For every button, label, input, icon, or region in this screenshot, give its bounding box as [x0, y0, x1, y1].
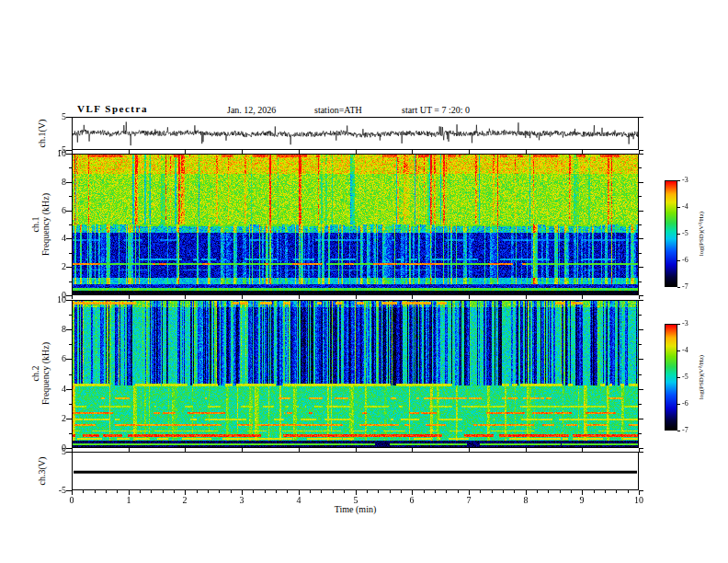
axis-tick	[469, 150, 470, 154]
axis-tick	[401, 490, 402, 493]
freq-tick-label: 8	[42, 325, 66, 334]
axis-tick	[66, 267, 72, 268]
ch1-spectrogram-panel	[72, 154, 639, 295]
time-tick-label: 2	[174, 496, 196, 505]
axis-tick	[458, 490, 459, 493]
axis-tick	[677, 377, 680, 378]
axis-tick	[117, 490, 118, 493]
axis-tick	[435, 490, 436, 493]
ch2-spectrogram-panel	[72, 300, 639, 448]
axis-tick	[677, 180, 680, 181]
axis-tick	[639, 374, 642, 375]
axis-tick	[140, 490, 141, 493]
axis-tick	[639, 419, 643, 419]
axis-tick	[639, 315, 642, 316]
ch3-waveform-panel	[72, 452, 639, 490]
axis-tick	[639, 117, 643, 118]
axis-tick	[253, 490, 254, 493]
freq-tick-label: 4	[42, 234, 66, 243]
axis-tick	[72, 295, 73, 299]
volt-tick-label: -5	[42, 486, 66, 495]
axis-tick	[66, 389, 72, 390]
axis-tick	[66, 154, 72, 155]
freq-tick-label: 2	[42, 414, 66, 423]
axis-tick	[582, 150, 583, 154]
colorbar-tick-label: -7	[682, 283, 688, 291]
axis-tick	[66, 238, 72, 239]
axis-tick	[344, 490, 345, 493]
colorbar-2-axis-label: log(PSD)(V²/Hz)	[697, 355, 707, 399]
axis-tick	[129, 295, 130, 299]
time-tick-label: 5	[345, 496, 367, 505]
axis-tick	[469, 295, 470, 299]
axis-tick	[72, 448, 73, 452]
axis-tick	[639, 300, 643, 301]
axis-tick	[677, 350, 680, 351]
time-tick-label: 8	[515, 496, 537, 505]
axis-tick	[265, 490, 266, 493]
figure: VLF Spectra Jan. 12, 2026 station=ATH st…	[0, 0, 728, 563]
axis-tick	[66, 300, 72, 301]
axis-tick	[639, 359, 643, 360]
axis-tick	[594, 490, 595, 493]
axis-tick	[677, 431, 680, 431]
axis-tick	[69, 315, 72, 316]
axis-tick	[242, 150, 243, 154]
ch1-waveform-canvas	[73, 118, 638, 149]
freq-tick-label: 6	[42, 354, 66, 363]
axis-tick	[69, 167, 72, 168]
axis-tick	[69, 433, 72, 434]
ch3-voltage-axis-label: ch.3(V)	[37, 457, 47, 486]
axis-tick	[548, 490, 549, 493]
axis-tick	[639, 150, 640, 154]
freq-tick-label: 2	[42, 262, 66, 271]
axis-tick	[412, 295, 413, 299]
freq-tick-label: 4	[42, 385, 66, 394]
axis-tick	[310, 490, 311, 493]
axis-tick	[526, 295, 527, 299]
axis-tick	[639, 389, 643, 390]
axis-tick	[299, 150, 300, 154]
axis-tick	[503, 490, 504, 493]
axis-tick	[526, 448, 527, 452]
ch1-frequency-axis-label: ch.1 Frequency (kHz)	[30, 193, 51, 256]
axis-tick	[276, 490, 277, 493]
axis-tick	[639, 196, 642, 197]
ch1-voltage-axis-label: ch.1(V)	[37, 120, 47, 148]
plot-date: Jan. 12, 2026	[227, 105, 276, 115]
freq-tick-label: 6	[42, 206, 66, 215]
axis-tick	[412, 150, 413, 154]
station-label: station=ATH	[314, 105, 362, 115]
time-tick-label: 10	[628, 496, 650, 505]
axis-tick	[605, 490, 606, 493]
volt-tick-label: 5	[42, 447, 66, 456]
axis-tick	[526, 150, 527, 154]
ch2-spectrogram-canvas	[73, 301, 638, 447]
axis-tick	[69, 224, 72, 225]
freq-tick-label: 10	[42, 295, 66, 304]
axis-tick	[95, 490, 96, 493]
axis-tick	[174, 490, 175, 493]
axis-tick	[106, 490, 107, 493]
axis-tick	[677, 234, 680, 235]
time-tick-label: 4	[288, 496, 310, 505]
axis-tick	[639, 182, 643, 183]
axis-tick	[639, 329, 643, 330]
start-time-label: start UT = 7 :20: 0	[402, 105, 470, 115]
axis-tick	[69, 374, 72, 375]
axis-tick	[185, 295, 186, 299]
time-axis-label: Time (min)	[309, 504, 402, 514]
axis-tick	[356, 150, 357, 154]
ch2-frequency-axis-label-line1: ch.2	[30, 342, 40, 405]
axis-tick	[129, 150, 130, 154]
axis-tick	[446, 490, 447, 493]
axis-tick	[582, 448, 583, 452]
axis-tick	[69, 253, 72, 254]
axis-tick	[299, 295, 300, 299]
axis-tick	[639, 167, 642, 168]
colorbar-tick-label: -5	[682, 373, 688, 381]
axis-tick	[677, 287, 680, 288]
colorbar-tick-label: -6	[682, 257, 688, 264]
colorbar-2	[665, 324, 677, 431]
ch3-waveform-canvas	[73, 453, 638, 489]
